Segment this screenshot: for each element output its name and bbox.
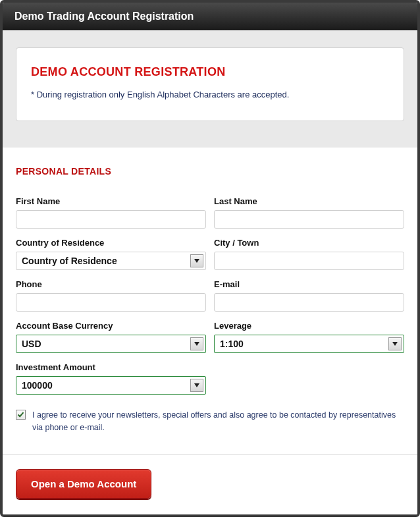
currency-select[interactable]: USD [16, 335, 206, 353]
email-input[interactable] [214, 293, 404, 312]
leverage-label: Leverage [214, 321, 404, 331]
investment-select[interactable]: 100000 [16, 376, 206, 395]
form-area: PERSONAL DETAILS First Name Last Name Co… [3, 148, 417, 454]
header-note: * During registration only English Alpha… [31, 90, 389, 99]
phone-label: Phone [16, 279, 206, 289]
first-name-input[interactable] [16, 210, 206, 229]
currency-value: USD [22, 339, 41, 349]
email-label: E-mail [214, 279, 404, 289]
header-area: DEMO ACCOUNT REGISTRATION * During regis… [3, 30, 417, 148]
chevron-down-icon [190, 254, 203, 267]
window-title: Demo Trading Account Registration [14, 11, 194, 22]
chevron-down-icon [190, 379, 203, 392]
header-title: DEMO ACCOUNT REGISTRATION [31, 65, 389, 79]
section-title: PERSONAL DETAILS [16, 166, 404, 177]
open-demo-account-button[interactable]: Open a Demo Account [16, 469, 151, 499]
header-box: DEMO ACCOUNT REGISTRATION * During regis… [16, 47, 404, 121]
city-input[interactable] [214, 252, 404, 270]
svg-marker-2 [392, 342, 398, 346]
submit-label: Open a Demo Account [31, 478, 136, 489]
country-select[interactable]: Country of Residence [16, 252, 206, 270]
investment-value: 100000 [22, 380, 53, 391]
leverage-select[interactable]: 1:100 [214, 335, 404, 353]
country-value: Country of Residence [22, 256, 117, 266]
city-label: City / Town [214, 238, 404, 248]
currency-label: Account Base Currency [16, 321, 206, 331]
last-name-label: Last Name [214, 196, 404, 206]
country-label: Country of Residence [16, 238, 206, 248]
last-name-input[interactable] [214, 210, 404, 229]
window-titlebar: Demo Trading Account Registration [3, 3, 417, 30]
registration-window: Demo Trading Account Registration DEMO A… [0, 0, 420, 517]
footer-area: Open a Demo Account [3, 454, 417, 514]
svg-marker-1 [194, 342, 199, 346]
svg-marker-0 [194, 259, 199, 263]
first-name-label: First Name [16, 196, 206, 206]
chevron-down-icon [190, 337, 203, 350]
phone-input[interactable] [16, 293, 206, 312]
svg-marker-3 [194, 383, 199, 387]
investment-label: Investment Amount [16, 362, 206, 372]
consent-text: I agree to receive your newsletters, spe… [32, 409, 404, 434]
consent-checkbox[interactable] [16, 410, 26, 420]
chevron-down-icon [388, 337, 402, 350]
leverage-value: 1:100 [220, 339, 244, 349]
